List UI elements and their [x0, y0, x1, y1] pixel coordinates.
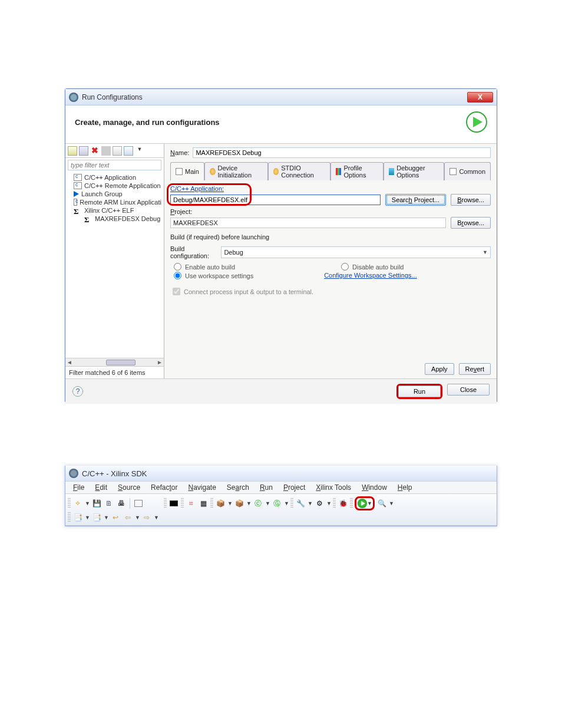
toolbar-grip[interactable] [68, 498, 71, 509]
duplicate-config-icon[interactable] [79, 146, 88, 156]
collapse-all-icon[interactable] [113, 146, 122, 156]
save-all-icon[interactable]: 🗎 [104, 498, 114, 509]
menu-xilinx-tools[interactable]: Xilinx Tools [310, 482, 356, 493]
run-button[interactable]: Run [398, 386, 441, 397]
board-icon[interactable]: ▦ [198, 498, 209, 509]
save-icon[interactable]: 💾 [91, 498, 102, 509]
chevron-down-icon[interactable]: ▼ [135, 515, 140, 521]
tab-common[interactable]: Common [444, 162, 491, 180]
enable-auto-build-radio[interactable]: Enable auto build [174, 263, 235, 271]
last-edit-icon[interactable]: ↩ [110, 512, 121, 523]
settings-icon[interactable]: ⚙ [314, 498, 325, 509]
configure-workspace-link[interactable]: Configure Workspace Settings... [324, 272, 417, 279]
chevron-down-icon[interactable]: ▼ [246, 500, 251, 506]
build-all-icon[interactable]: 📦 [234, 498, 244, 509]
forward-icon[interactable]: ⇨ [141, 512, 152, 523]
toolbar-grip[interactable] [181, 498, 184, 509]
scroll-right-icon[interactable]: ► [157, 359, 163, 365]
close-dialog-button[interactable]: Close [447, 384, 490, 396]
revert-button[interactable]: Revert [459, 363, 491, 375]
tab-debugger[interactable]: Debugger Options [384, 162, 445, 180]
nav-icon[interactable]: 📑 [91, 512, 102, 523]
wrench-icon[interactable]: 🔧 [295, 498, 306, 509]
build-config-select[interactable]: Debug ▼ [221, 246, 491, 258]
tab-stdio[interactable]: STDIO Connection [268, 162, 330, 180]
name-input[interactable] [193, 147, 491, 158]
menu-help[interactable]: Help [392, 482, 418, 493]
filter-input[interactable] [68, 160, 161, 170]
terminal-icon[interactable] [168, 498, 179, 509]
tab-device-init[interactable]: Device Initialization [204, 162, 268, 180]
debug-icon[interactable]: 🐞 [338, 498, 348, 509]
build-config-label: Build configuration: [170, 245, 216, 259]
chevron-down-icon[interactable]: ▼ [389, 500, 394, 506]
profile-icon [336, 168, 342, 175]
chevron-down-icon[interactable]: ▼ [265, 500, 270, 506]
config-tree[interactable]: C/C++ Application C/C++ Remote Applicati… [65, 172, 164, 358]
disable-auto-build-radio[interactable]: Disable auto build [341, 263, 404, 271]
toolbar-grip[interactable] [333, 498, 336, 509]
toolbar-grip[interactable] [164, 498, 167, 509]
build-icon[interactable]: 📦 [215, 498, 226, 509]
new-c-icon[interactable]: ⓒ [253, 498, 263, 509]
chevron-down-icon[interactable]: ▼ [85, 515, 90, 521]
menu-refactor[interactable]: Refactor [146, 482, 183, 493]
connect-terminal-checkbox[interactable]: Connect process input & output to a term… [173, 288, 491, 295]
new-cpp-icon[interactable]: Ⓖ [272, 498, 282, 509]
chevron-down-icon[interactable]: ▼ [308, 500, 312, 506]
menu-window[interactable]: Window [356, 482, 392, 493]
menu-edit[interactable]: Edit [90, 482, 113, 493]
horizontal-scrollbar[interactable]: ◄ ► [65, 358, 164, 366]
search-project-button[interactable]: Search Project... [385, 194, 446, 206]
new-config-icon[interactable] [68, 146, 77, 156]
menu-navigate[interactable]: Navigate [183, 482, 221, 493]
sdk-titlebar[interactable]: C/C++ - Xilinx SDK [65, 466, 497, 481]
tree-item[interactable]: C/C++ Application [65, 173, 164, 182]
print-icon[interactable]: 🖶 [116, 498, 127, 509]
scroll-left-icon[interactable]: ◄ [67, 359, 72, 365]
tree-item[interactable]: ΣXilinx C/C++ ELF [65, 206, 164, 215]
run-icon[interactable] [358, 499, 367, 508]
chevron-down-icon[interactable]: ▼ [284, 500, 289, 506]
help-icon[interactable]: ? [72, 386, 83, 397]
close-button[interactable]: X [467, 92, 493, 103]
window-title: Run Configurations [82, 93, 467, 101]
menu-project[interactable]: Project [278, 482, 310, 493]
external-tools-icon[interactable]: 🔍 [376, 498, 387, 509]
toolbar-grip[interactable] [290, 498, 293, 509]
c-application-input[interactable] [170, 195, 381, 205]
tree-item-selected[interactable]: ΣMAXREFDESX Debug [65, 215, 164, 223]
tree-item[interactable]: C/C++ Remote Application [65, 182, 164, 190]
chevron-down-icon[interactable]: ▼ [367, 500, 372, 506]
tree-item[interactable]: Launch Group [65, 190, 164, 198]
apply-button[interactable]: Apply [425, 363, 454, 375]
tree-item[interactable]: Remote ARM Linux Applicati [65, 198, 164, 206]
chevron-down-icon[interactable]: ▼ [227, 500, 232, 506]
filter-icon[interactable] [124, 146, 133, 156]
toolbar-grip[interactable] [350, 498, 353, 509]
menu-run[interactable]: Run [254, 482, 278, 493]
menu-source[interactable]: Source [113, 482, 146, 493]
chevron-down-icon[interactable]: ▼ [85, 500, 90, 506]
menu-search[interactable]: Search [222, 482, 254, 493]
browse-project-button[interactable]: Browse... [451, 217, 491, 229]
tab-main[interactable]: Main [170, 162, 204, 180]
chevron-down-icon[interactable]: ▼ [326, 500, 331, 506]
chevron-down-icon[interactable]: ▼ [104, 515, 108, 521]
scroll-thumb[interactable] [106, 360, 135, 365]
program-fpga-icon[interactable]: ⌗ [186, 498, 196, 509]
titlebar[interactable]: Run Configurations X [65, 89, 497, 106]
delete-config-icon[interactable]: ✖ [90, 146, 100, 156]
menu-file[interactable]: File [68, 482, 90, 493]
filter-dropdown-icon[interactable]: ▼ [135, 146, 144, 156]
toolbar-grip[interactable] [68, 512, 71, 523]
new-icon[interactable]: ✧ [72, 498, 83, 509]
back-icon[interactable]: ⇦ [123, 512, 133, 523]
use-workspace-radio[interactable]: Use workspace settings [174, 272, 253, 279]
binary-icon[interactable] [133, 498, 144, 509]
tab-profile[interactable]: Profile Options [330, 162, 384, 180]
chevron-down-icon[interactable]: ▼ [154, 515, 158, 521]
nav-icon[interactable]: 📑 [72, 512, 83, 523]
browse-app-button[interactable]: Browse... [451, 194, 491, 206]
toolbar-grip[interactable] [210, 498, 213, 509]
